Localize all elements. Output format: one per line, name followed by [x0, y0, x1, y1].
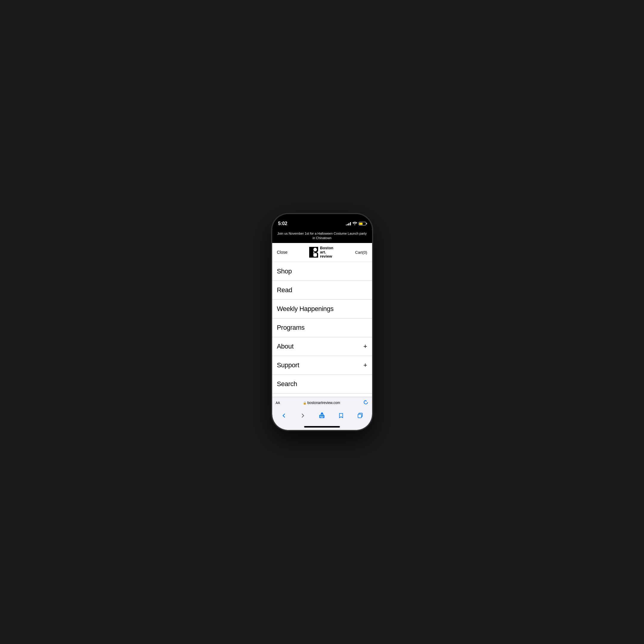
menu-item-shop[interactable]: Shop — [272, 262, 372, 281]
svg-rect-0 — [309, 247, 313, 258]
wifi-icon — [352, 222, 357, 226]
menu-item-search-label: Search — [277, 380, 297, 388]
menu-item-weekly-happenings[interactable]: Weekly Happenings — [272, 300, 372, 318]
home-bar — [304, 426, 340, 428]
safari-tabs-button[interactable] — [355, 410, 366, 421]
logo-line2: art. — [320, 250, 333, 254]
phone-screen: 5:02 — [272, 214, 372, 430]
safari-url-bar: AA 🔒 bostonartreview.com — [272, 397, 372, 408]
safari-back-button[interactable] — [278, 410, 289, 421]
logo[interactable]: Boston art. review — [309, 246, 333, 259]
menu-item-programs[interactable]: Programs — [272, 318, 372, 337]
lock-icon: 🔒 — [303, 401, 306, 405]
phone-frame: 5:02 — [272, 214, 372, 430]
svg-rect-6 — [320, 415, 321, 418]
logo-line3: review — [320, 254, 333, 258]
safari-forward-button[interactable] — [298, 410, 308, 421]
status-time: 5:02 — [278, 221, 287, 226]
logo-line1: Boston — [320, 246, 333, 250]
menu-item-search[interactable]: Search — [272, 375, 372, 394]
menu-item-support-label: Support — [277, 361, 299, 369]
battery-icon — [359, 222, 366, 225]
menu-list: Shop Read Weekly Happenings Programs Abo… — [272, 262, 372, 397]
about-expand-icon: + — [363, 343, 367, 350]
menu-item-about-label: About — [277, 343, 294, 350]
menu-item-about[interactable]: About + — [272, 337, 372, 356]
url-text: bostonartreview.com — [307, 401, 340, 405]
menu-item-programs-label: Programs — [277, 324, 305, 332]
safari-aa-button[interactable]: AA — [276, 401, 280, 405]
menu-item-weekly-happenings-label: Weekly Happenings — [277, 305, 334, 313]
safari-url-display[interactable]: 🔒 bostonartreview.com — [282, 401, 360, 405]
svg-rect-2 — [313, 253, 317, 257]
logo-text: Boston art. review — [320, 246, 333, 259]
banner-text: Join us November 1st for a Halloween Cos… — [277, 232, 367, 240]
menu-item-read-label: Read — [277, 286, 292, 294]
safari-share-button[interactable] — [317, 410, 327, 421]
safari-bottom-bar: AA 🔒 bostonartreview.com — [272, 397, 372, 430]
cart-button[interactable]: Cart(0) — [355, 250, 367, 255]
notch — [304, 214, 340, 222]
safari-toolbar — [272, 408, 372, 423]
social-links — [272, 394, 372, 397]
nav-header: Close Boston art. review Cart(0) — [272, 243, 372, 262]
svg-rect-1 — [313, 248, 317, 251]
svg-rect-9 — [358, 414, 361, 418]
home-indicator — [272, 423, 372, 430]
safari-reload-button[interactable] — [363, 400, 369, 406]
menu-item-read[interactable]: Read — [272, 281, 372, 300]
safari-bookmarks-button[interactable] — [336, 410, 346, 421]
logo-icon — [309, 247, 318, 258]
close-button[interactable]: Close — [277, 250, 288, 255]
signal-icon — [346, 222, 351, 225]
menu-item-shop-label: Shop — [277, 267, 292, 275]
support-expand-icon: + — [363, 361, 367, 369]
web-content: Join us November 1st for a Halloween Cos… — [272, 229, 372, 397]
status-icons — [346, 222, 366, 226]
menu-item-support[interactable]: Support + — [272, 356, 372, 375]
announcement-banner[interactable]: Join us November 1st for a Halloween Cos… — [272, 229, 372, 243]
